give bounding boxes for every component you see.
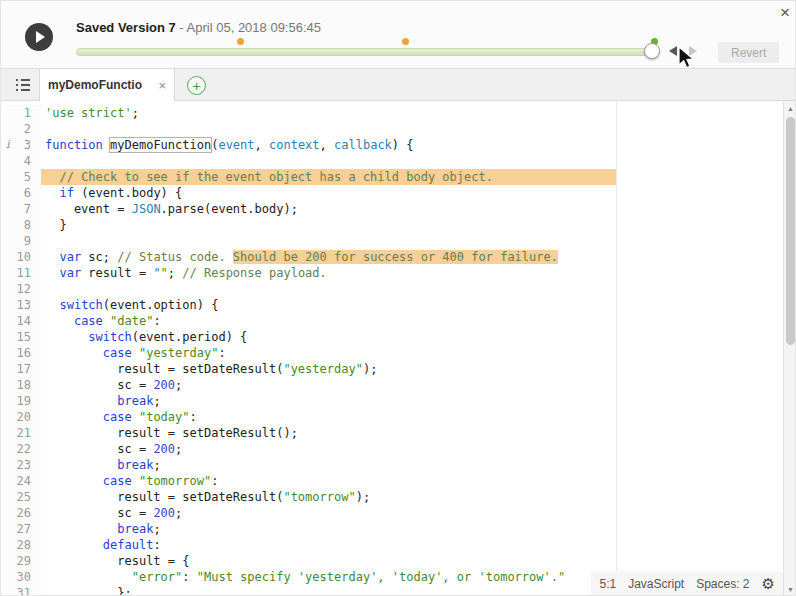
code-token: JSON bbox=[132, 202, 161, 216]
code-token bbox=[103, 138, 110, 152]
scrollbar[interactable]: ▲ ▼ bbox=[783, 101, 796, 596]
version-slider-track[interactable] bbox=[76, 48, 658, 56]
code-token: , bbox=[320, 138, 334, 152]
line-number[interactable]: 15 bbox=[1, 329, 41, 345]
line-number[interactable]: 3i bbox=[1, 137, 41, 153]
scroll-up-icon[interactable]: ▲ bbox=[784, 105, 796, 112]
code-line: if (event.body) { bbox=[41, 185, 783, 201]
tab-close-icon[interactable]: × bbox=[158, 78, 166, 93]
version-name: Saved Version 7 bbox=[76, 20, 176, 35]
code-token: result = setDateResult( bbox=[45, 490, 283, 504]
code-line: var sc; // Status code. Should be 200 fo… bbox=[41, 249, 783, 265]
line-number[interactable]: 6 bbox=[1, 185, 41, 201]
line-number[interactable]: 9 bbox=[1, 233, 41, 249]
code-token: default bbox=[103, 538, 154, 552]
line-number[interactable]: 21 bbox=[1, 425, 41, 441]
code-token bbox=[45, 474, 103, 488]
line-number[interactable]: 17 bbox=[1, 361, 41, 377]
code-token: case bbox=[74, 314, 103, 328]
line-number[interactable]: 25 bbox=[1, 489, 41, 505]
code-line: switch(event.option) { bbox=[41, 297, 783, 313]
line-number[interactable]: 27 bbox=[1, 521, 41, 537]
code-line: case "yesterday": bbox=[41, 345, 783, 361]
line-number[interactable]: 31 bbox=[1, 585, 41, 596]
code-token: .parse(event.body); bbox=[161, 202, 298, 216]
add-tab-button[interactable]: + bbox=[187, 76, 206, 95]
code-token: event bbox=[218, 138, 254, 152]
play-button[interactable] bbox=[25, 23, 53, 51]
line-number[interactable]: 8 bbox=[1, 217, 41, 233]
code-token: // Response payload. bbox=[182, 266, 327, 280]
code-token bbox=[45, 298, 59, 312]
code-token: ); bbox=[363, 362, 377, 376]
language-mode[interactable]: JavaScript bbox=[628, 577, 684, 591]
code-token bbox=[45, 314, 74, 328]
code-token: if bbox=[59, 186, 73, 200]
line-number[interactable]: 16 bbox=[1, 345, 41, 361]
code-token: sc; bbox=[81, 250, 117, 264]
code-token: ; bbox=[168, 266, 182, 280]
code-token: "error" bbox=[132, 570, 183, 584]
line-number[interactable]: 20 bbox=[1, 409, 41, 425]
code-token: "today" bbox=[139, 410, 190, 424]
code-line: switch(event.period) { bbox=[41, 329, 783, 345]
code-token: "yesterday" bbox=[283, 362, 362, 376]
tab-mydemofunction[interactable]: myDemoFunctio × bbox=[39, 69, 175, 101]
line-number[interactable]: 30 bbox=[1, 569, 41, 585]
code-line: 'use strict'; bbox=[41, 105, 783, 121]
line-number[interactable]: 1 bbox=[1, 105, 41, 121]
code-editor[interactable]: 123i456789101112131415161718192021222324… bbox=[1, 101, 796, 596]
scrollbar-thumb[interactable] bbox=[786, 117, 795, 345]
code-line: sc = 200; bbox=[41, 441, 783, 457]
line-number[interactable]: 10 bbox=[1, 249, 41, 265]
code-token: ; bbox=[153, 394, 160, 408]
code-line bbox=[41, 153, 783, 169]
code-token: "date" bbox=[110, 314, 153, 328]
code-area[interactable]: 'use strict'; function myDemoFunction(ev… bbox=[41, 105, 783, 596]
line-number[interactable]: 22 bbox=[1, 441, 41, 457]
line-number[interactable]: 13 bbox=[1, 297, 41, 313]
code-token: "tomorrow" bbox=[283, 490, 355, 504]
line-number[interactable]: 7 bbox=[1, 201, 41, 217]
code-token bbox=[45, 458, 117, 472]
line-number[interactable]: 2 bbox=[1, 121, 41, 137]
line-number[interactable]: 28 bbox=[1, 537, 41, 553]
code-token: : bbox=[153, 314, 160, 328]
revert-button[interactable]: Revert bbox=[718, 42, 779, 63]
code-token: result = setDateResult(); bbox=[45, 426, 298, 440]
line-number[interactable]: 29 bbox=[1, 553, 41, 569]
settings-gear-icon[interactable]: ⚙ bbox=[762, 575, 775, 593]
code-line: result = setDateResult("tomorrow"); bbox=[41, 489, 783, 505]
version-slider-handle[interactable] bbox=[644, 43, 660, 59]
code-line: result = setDateResult("yesterday"); bbox=[41, 361, 783, 377]
code-token: ); bbox=[356, 490, 370, 504]
code-token: : bbox=[218, 346, 225, 360]
version-marker[interactable] bbox=[402, 38, 409, 45]
version-title: Saved Version 7 - April 05, 2018 09:56:4… bbox=[76, 20, 321, 35]
line-number[interactable]: 23 bbox=[1, 457, 41, 473]
line-number[interactable]: 12 bbox=[1, 281, 41, 297]
line-number[interactable]: 14 bbox=[1, 313, 41, 329]
line-number[interactable]: 5 bbox=[1, 169, 41, 185]
scroll-down-icon[interactable]: ▼ bbox=[784, 586, 796, 593]
line-number[interactable]: 26 bbox=[1, 505, 41, 521]
code-token: , bbox=[255, 138, 269, 152]
code-token: "Must specify 'yesterday', 'today', or '… bbox=[197, 570, 565, 584]
line-number[interactable]: 19 bbox=[1, 393, 41, 409]
code-token: sc = bbox=[45, 442, 153, 456]
file-tree-toggle-icon[interactable] bbox=[14, 77, 32, 97]
line-number[interactable]: 4 bbox=[1, 153, 41, 169]
code-line: var result = ""; // Response payload. bbox=[41, 265, 783, 281]
line-number[interactable]: 24 bbox=[1, 473, 41, 489]
indentation-setting[interactable]: Spaces: 2 bbox=[696, 577, 749, 591]
code-token: switch bbox=[59, 298, 102, 312]
version-date: April 05, 2018 09:56:45 bbox=[187, 20, 321, 35]
version-marker[interactable] bbox=[237, 38, 244, 45]
line-number[interactable]: 11 bbox=[1, 265, 41, 281]
line-number[interactable]: 18 bbox=[1, 377, 41, 393]
cursor-position[interactable]: 5:1 bbox=[599, 577, 616, 591]
code-token bbox=[132, 410, 139, 424]
code-token: sc = bbox=[45, 506, 153, 520]
close-icon[interactable]: × bbox=[780, 4, 790, 21]
code-token: callback bbox=[334, 138, 392, 152]
